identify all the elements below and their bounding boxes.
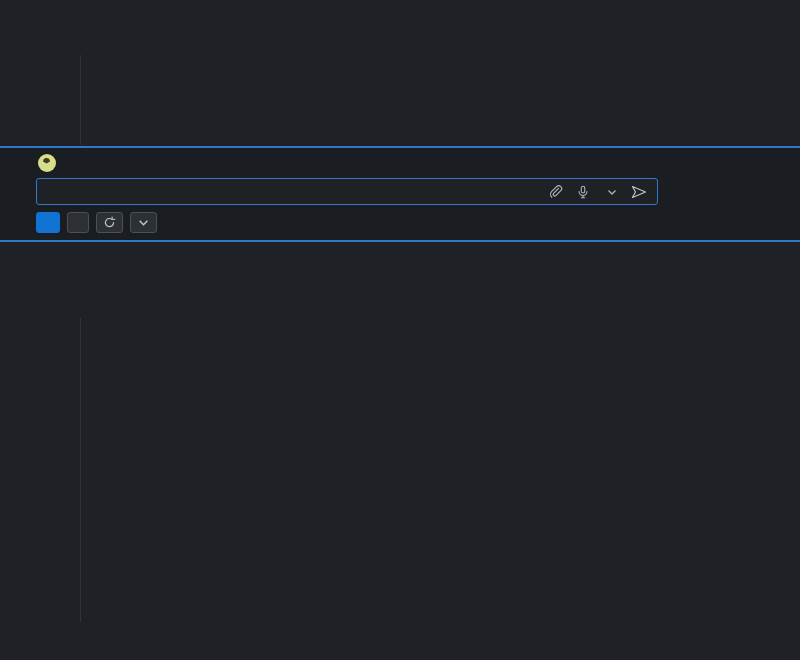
rerun-button[interactable] xyxy=(96,212,123,233)
chevron-down-icon xyxy=(607,188,617,196)
editor-code-region-top[interactable] xyxy=(0,0,800,146)
ask-copilot-input[interactable] xyxy=(46,183,535,200)
accept-options-button[interactable] xyxy=(130,212,157,233)
model-selector[interactable] xyxy=(603,188,617,196)
chat-input-container xyxy=(36,178,658,205)
microphone-icon[interactable] xyxy=(576,184,590,200)
user-avatar xyxy=(38,154,56,172)
accept-button[interactable] xyxy=(36,212,60,233)
vscode-editor-window xyxy=(0,0,800,660)
refresh-icon xyxy=(103,216,116,229)
indent-guide xyxy=(80,55,81,145)
chat-action-row xyxy=(0,212,800,233)
copilot-inline-chat-widget xyxy=(0,146,800,242)
send-icon xyxy=(630,184,648,200)
chevron-down-icon xyxy=(138,218,149,227)
discard-button[interactable] xyxy=(67,212,89,233)
paperclip-icon[interactable] xyxy=(548,184,563,200)
chat-prompt-row xyxy=(0,148,800,178)
indent-guide xyxy=(80,318,81,622)
send-button[interactable] xyxy=(630,184,648,200)
editor-code-region-generated[interactable] xyxy=(0,242,800,660)
